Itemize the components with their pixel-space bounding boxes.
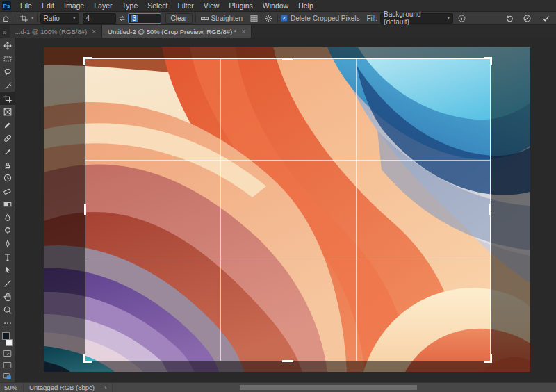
horizontal-scrollbar[interactable] xyxy=(236,384,424,391)
crop-handle-bottom[interactable] xyxy=(282,360,293,362)
gradient-tool[interactable] xyxy=(0,197,15,211)
history-brush-tool[interactable] xyxy=(0,171,15,184)
tab-title: ...d-1 @ 100% (RGB/8#) xyxy=(15,28,88,35)
menu-bar: Ps FileEditImageLayerTypeSelectFilterVie… xyxy=(0,0,556,12)
info-icon[interactable] xyxy=(456,13,468,24)
menu-filter[interactable]: Filter xyxy=(172,0,198,11)
swap-width-height-icon[interactable] xyxy=(116,13,128,24)
menu-help[interactable]: Help xyxy=(293,0,318,11)
ratio-width-input[interactable]: 4 xyxy=(83,13,116,24)
crop-tool[interactable] xyxy=(0,92,15,105)
fill-label: Fill: xyxy=(367,15,378,22)
fill-select[interactable]: Background (default) ▾ xyxy=(380,13,453,24)
commit-crop-icon[interactable] xyxy=(540,13,552,24)
magic-wand-icon xyxy=(3,81,13,90)
cancel-crop-icon[interactable] xyxy=(521,13,533,24)
crop-handle-right[interactable] xyxy=(489,204,491,215)
history-brush-icon xyxy=(3,173,13,183)
tab-close-icon[interactable]: × xyxy=(92,28,96,35)
tab-close-icon[interactable]: × xyxy=(242,28,246,35)
canvas-area[interactable] xyxy=(15,38,556,382)
lasso-tool[interactable] xyxy=(0,65,15,79)
overlay-options-icon[interactable] xyxy=(248,13,260,24)
more-tool[interactable] xyxy=(0,316,15,329)
horizontal-scrollbar-thumb[interactable] xyxy=(240,385,417,390)
chevron-down-icon: ▾ xyxy=(73,15,76,21)
zoom-tool[interactable] xyxy=(0,303,15,316)
screen-mode-icon[interactable] xyxy=(0,359,15,371)
blur-tool[interactable] xyxy=(0,211,15,224)
menu-select[interactable]: Select xyxy=(142,0,172,11)
crop-shield-top xyxy=(44,47,530,58)
eyedropper-tool[interactable] xyxy=(0,118,15,131)
workspace-switch-icon[interactable] xyxy=(0,370,15,382)
document-tab[interactable]: ...d-1 @ 100% (RGB/8#)× xyxy=(10,25,102,38)
crop-shield-bottom xyxy=(44,361,530,372)
more-icon xyxy=(3,318,13,328)
frame-tool[interactable] xyxy=(0,105,15,118)
crop-handle-left[interactable] xyxy=(84,204,86,215)
menu-view[interactable]: View xyxy=(199,0,224,11)
background-color-swatch[interactable] xyxy=(6,339,13,346)
home-icon[interactable] xyxy=(0,13,12,24)
line-tool[interactable] xyxy=(0,277,15,290)
document-image[interactable] xyxy=(44,47,530,372)
crop-box[interactable] xyxy=(85,58,491,361)
path-selection-tool[interactable] xyxy=(0,263,15,277)
crop-options-bar: ▾ Ratio ▾ 4 3 Clear Straighten ✓ Delete … xyxy=(0,12,556,25)
crop-handle-bottom-right[interactable] xyxy=(484,354,492,363)
delete-cropped-pixels-label[interactable]: Delete Cropped Pixels xyxy=(291,15,360,22)
marquee-icon xyxy=(3,54,13,64)
document-profile-status[interactable]: Untagged RGB (8bpc) › xyxy=(23,383,113,392)
status-bar: 50% Untagged RGB (8bpc) › xyxy=(0,382,556,392)
healing-brush-tool[interactable] xyxy=(0,131,15,145)
type-tool[interactable] xyxy=(0,250,15,263)
pen-tool[interactable] xyxy=(0,237,15,250)
status-chevron-icon: › xyxy=(104,384,106,391)
thirds-gridline-vertical-2 xyxy=(356,59,357,361)
zoom-icon xyxy=(3,305,13,315)
magic-wand-tool[interactable] xyxy=(0,79,15,92)
straighten-button[interactable]: Straighten xyxy=(211,15,243,22)
menu-file[interactable]: File xyxy=(15,0,37,11)
menu-plugins[interactable]: Plugins xyxy=(224,0,257,11)
foreground-color-swatch[interactable] xyxy=(2,332,10,340)
dodge-tool[interactable] xyxy=(0,224,15,237)
crop-handle-bottom-left[interactable] xyxy=(83,354,92,363)
clear-button[interactable]: Clear xyxy=(165,13,193,24)
menu-window[interactable]: Window xyxy=(258,0,293,11)
crop-handle-top-right[interactable] xyxy=(484,57,492,65)
menu-type[interactable]: Type xyxy=(117,0,142,11)
clone-stamp-tool[interactable] xyxy=(0,158,15,171)
hand-tool[interactable] xyxy=(0,290,15,303)
photoshop-window: Ps FileEditImageLayerTypeSelectFilterVie… xyxy=(0,0,556,392)
straighten-level-icon[interactable] xyxy=(199,13,211,24)
pen-icon xyxy=(3,239,13,249)
reset-crop-icon[interactable] xyxy=(504,13,516,24)
brush-tool[interactable] xyxy=(0,145,15,158)
tab-overflow-icon[interactable]: » xyxy=(0,28,10,38)
lasso-icon xyxy=(3,67,13,77)
crop-handle-top[interactable] xyxy=(282,58,293,60)
aspect-ratio-select[interactable]: Ratio ▾ xyxy=(40,13,79,24)
crop-tool-preset-icon[interactable] xyxy=(18,13,30,24)
crop-settings-gear-icon[interactable] xyxy=(263,13,275,24)
quick-mask-icon[interactable] xyxy=(0,348,15,359)
thirds-gridline-vertical-1 xyxy=(220,59,221,361)
delete-cropped-pixels-checkbox[interactable]: ✓ xyxy=(281,15,288,22)
move-icon xyxy=(3,41,13,51)
marquee-tool[interactable] xyxy=(0,52,15,65)
chevron-down-icon: ▾ xyxy=(448,15,450,21)
tool-palette xyxy=(0,38,15,382)
frame-icon xyxy=(3,107,13,117)
move-tool[interactable] xyxy=(0,39,15,52)
eraser-tool[interactable] xyxy=(0,184,15,197)
menu-image[interactable]: Image xyxy=(59,0,89,11)
color-swatches[interactable] xyxy=(0,331,15,348)
menu-edit[interactable]: Edit xyxy=(37,0,59,11)
ratio-height-input[interactable]: 3 xyxy=(128,13,161,24)
zoom-level-field[interactable]: 50% xyxy=(0,384,23,391)
menu-layer[interactable]: Layer xyxy=(89,0,117,11)
crop-handle-top-left[interactable] xyxy=(83,57,92,65)
document-tab-active[interactable]: Untitled-2 @ 50% (Crop Preview, RGB/8#) … xyxy=(102,25,252,38)
